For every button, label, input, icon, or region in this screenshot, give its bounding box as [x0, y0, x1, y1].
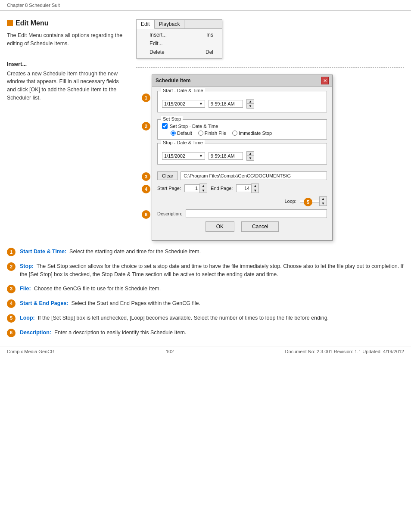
right-column: Edit Playback Insert... Ins Edit... Dele… — [136, 19, 404, 241]
edit-menu-heading: Edit Menu — [7, 19, 128, 27]
menu-tab-playback[interactable]: Playback — [155, 20, 185, 28]
set-stop-checkbox-label: Set Stop - Date & Time — [170, 124, 218, 129]
file-path-display: C:\Program Files\Compix\GenCG\DOCUMENTS\… — [181, 171, 327, 180]
description-input[interactable] — [186, 209, 327, 218]
header-text: Chapter 8 Scheduler Suit — [7, 3, 60, 8]
annotation-2: 2 Stop: The Set Stop section allows for … — [7, 262, 404, 279]
badge-4: 4 — [142, 185, 150, 193]
radio-finish-input[interactable] — [198, 131, 203, 136]
dialog-close-button[interactable]: ✕ — [321, 77, 329, 84]
badge-6: 6 — [142, 210, 150, 219]
insert-description: Creates a new Schedule Item through the … — [7, 70, 128, 102]
start-page-spin-down[interactable]: ▼ — [200, 188, 207, 193]
cancel-button[interactable]: Cancel — [241, 221, 279, 232]
annotation-badge-1: 1 — [7, 248, 16, 256]
menu-item-delete[interactable]: Delete Del — [137, 48, 222, 56]
annotation-1-text: Start Date & Time: Select the starting d… — [20, 248, 404, 256]
spin-down[interactable]: ▼ — [247, 104, 254, 108]
end-page-spin-down[interactable]: ▼ — [252, 188, 258, 193]
annotation-2-text: Stop: The Set Stop section allows for th… — [20, 262, 404, 279]
stop-time-input[interactable]: 9:59:18 AM — [209, 152, 243, 160]
badge-1: 1 — [142, 93, 150, 102]
annotation-3-text: File: Choose the GenCG file to use for t… — [20, 285, 404, 293]
start-time-spinner[interactable]: ▲ ▼ — [246, 99, 254, 109]
start-page-input[interactable]: 1 — [184, 184, 199, 192]
radio-default: Default — [171, 131, 192, 136]
annotations-section: 1 Start Date & Time: Select the starting… — [0, 241, 411, 337]
dotted-divider — [136, 67, 404, 68]
loop-row: Loop: ▲ ▼ — [157, 196, 327, 206]
menu-items-list: Insert... Ins Edit... Delete Del — [137, 29, 222, 58]
badge-5: 5 — [304, 198, 312, 206]
end-page-spin-up[interactable]: ▲ — [252, 184, 258, 188]
badge-3: 3 — [142, 172, 150, 181]
annotation-badge-2: 2 — [7, 262, 16, 271]
end-page-input[interactable]: 14 — [236, 184, 251, 192]
annotation-6: 6 Description: Enter a description to ea… — [7, 329, 404, 337]
menu-item-insert[interactable]: Insert... Ins — [137, 31, 222, 39]
menu-item-delete-label: Delete — [149, 49, 165, 55]
footer-left: Compix Media GenCG — [7, 349, 55, 354]
set-stop-checkbox[interactable] — [162, 123, 168, 129]
orange-box-icon — [7, 20, 13, 26]
file-row: Clear C:\Program Files\Compix\GenCG\DOCU… — [157, 171, 327, 180]
dialog-buttons: OK Cancel — [157, 221, 327, 236]
start-page-spinner[interactable]: ▲ ▼ — [199, 184, 207, 193]
menu-item-edit[interactable]: Edit... — [137, 39, 222, 48]
stop-date-dropdown-arrow: ▼ — [199, 154, 203, 158]
loop-spin-up[interactable]: ▲ — [320, 197, 327, 201]
pages-row: Start Page: 1 ▲ ▼ End Page: 14 — [157, 184, 327, 193]
menu-tab-edit[interactable]: Edit — [137, 20, 155, 29]
annotation-badge-6: 6 — [7, 329, 16, 337]
start-page-spin-up[interactable]: ▲ — [200, 184, 207, 188]
annotation-3-label: File: — [20, 286, 31, 292]
end-page-spinner[interactable]: ▲ ▼ — [251, 184, 259, 193]
menu-mock: Edit Playback Insert... Ins Edit... Dele… — [136, 19, 222, 59]
annotation-badge-3: 3 — [7, 285, 16, 293]
header-bar: Chapter 8 Scheduler Suit — [0, 0, 411, 11]
annotation-4-label: Start & End Pages: — [20, 300, 68, 306]
edit-menu-description: The Edit Menu contains all options regar… — [7, 31, 128, 48]
radio-default-input[interactable] — [171, 131, 176, 136]
start-group-label: Start - Date & Time — [161, 88, 205, 93]
loop-label: Loop: — [284, 199, 296, 204]
spin-up[interactable]: ▲ — [247, 100, 254, 104]
left-column: Edit Menu The Edit Menu contains all opt… — [7, 19, 128, 241]
radio-immediate: Immediate Stop — [232, 131, 272, 136]
start-page-input-group: 1 ▲ ▼ — [184, 184, 207, 193]
footer-right: Document No: 2.3.001 Revision: 1.1 Updat… — [285, 349, 404, 354]
stop-time-spinner[interactable]: ▲ ▼ — [246, 151, 254, 161]
description-row: Description: — [157, 209, 327, 218]
annotation-1: 1 Start Date & Time: Select the starting… — [7, 248, 404, 256]
footer: Compix Media GenCG 102 Document No: 2.3.… — [0, 346, 411, 357]
start-date-input[interactable]: 1/15/2002 ▼ — [162, 100, 205, 108]
radio-immediate-input[interactable] — [232, 131, 237, 136]
annotation-4-text: Start & End Pages: Select the Start and … — [20, 299, 404, 308]
set-stop-section: Set Stop Set Stop - Date & Time Default — [157, 119, 327, 168]
start-time-input[interactable]: 9:59:18 AM — [209, 100, 243, 108]
annotation-badge-5: 5 — [7, 314, 16, 323]
end-page-label: End Page: — [211, 186, 233, 191]
loop-spin-down[interactable]: ▼ — [320, 201, 327, 205]
set-stop-checkbox-row: Set Stop - Date & Time — [162, 123, 322, 129]
annotation-1-label: Start Date & Time: — [20, 249, 66, 255]
end-page-input-group: 14 ▲ ▼ — [236, 184, 259, 193]
footer-page-number: 102 — [166, 349, 174, 354]
loop-spinner[interactable]: ▲ ▼ — [319, 196, 327, 206]
stop-spin-down[interactable]: ▼ — [247, 156, 254, 160]
clear-button[interactable]: Clear — [157, 171, 178, 180]
stop-date-input[interactable]: 1/15/2002 ▼ — [162, 152, 205, 160]
ok-button[interactable]: OK — [206, 221, 234, 232]
dialog-body: 1 Start - Date & Time 1/15/2002 ▼ 9:59:1 — [152, 87, 332, 240]
menu-item-insert-shortcut: Ins — [206, 32, 213, 38]
schedule-item-dialog: Schedule Item ✕ 1 Start - Date & Time — [152, 75, 333, 241]
annotation-6-label: Description: — [20, 330, 51, 336]
stop-group-label: Stop - Date & Time — [161, 140, 205, 145]
annotation-6-text: Description: Enter a description to easi… — [20, 329, 404, 337]
date-dropdown-arrow: ▼ — [199, 102, 203, 106]
stop-spin-up[interactable]: ▲ — [247, 152, 254, 156]
insert-heading: Insert... — [7, 61, 128, 67]
dialog-titlebar: Schedule Item ✕ — [152, 75, 332, 87]
stop-datetime-group: Stop - Date & Time 1/15/2002 ▼ 9:59:18 A… — [157, 143, 327, 165]
badge-2: 2 — [142, 122, 150, 131]
